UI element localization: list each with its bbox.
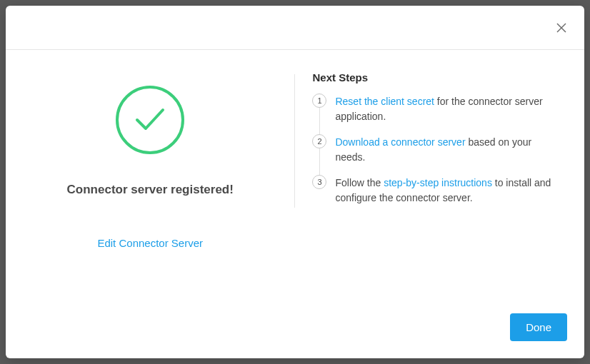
- step-by-step-instructions-link[interactable]: step-by-step instructions: [384, 177, 492, 188]
- modal-footer: Done: [6, 300, 584, 358]
- modal-header: [6, 6, 584, 50]
- step-item: 2 Download a connector server based on y…: [312, 134, 564, 165]
- next-steps-panel: Next Steps 1 Reset the client secret for…: [295, 71, 584, 286]
- step-connector: [319, 148, 320, 175]
- reset-client-secret-link[interactable]: Reset the client secret: [335, 96, 434, 107]
- step-item: 1 Reset the client secret for the connec…: [312, 93, 564, 124]
- close-button[interactable]: [553, 19, 570, 36]
- step-prefix: Follow the: [335, 177, 384, 188]
- next-steps-heading: Next Steps: [312, 71, 564, 84]
- step-item: 3 Follow the step-by-step instructions t…: [312, 175, 564, 206]
- download-connector-server-link[interactable]: Download a connector server: [335, 136, 465, 148]
- step-number-badge: 3: [312, 175, 326, 189]
- step-text: Follow the step-by-step instructions to …: [335, 175, 564, 206]
- step-number-badge: 2: [312, 134, 326, 148]
- edit-connector-server-link[interactable]: Edit Connector Server: [97, 237, 203, 249]
- success-panel: Connector server registered! Edit Connec…: [6, 71, 294, 286]
- step-text: Download a connector server based on you…: [335, 134, 564, 165]
- registration-success-modal: Connector server registered! Edit Connec…: [6, 6, 584, 358]
- steps-list: 1 Reset the client secret for the connec…: [312, 93, 564, 206]
- step-connector: [319, 108, 320, 134]
- success-message: Connector server registered!: [67, 183, 234, 197]
- close-icon: [555, 21, 568, 34]
- done-button[interactable]: Done: [510, 313, 567, 341]
- success-check-icon: [116, 86, 184, 154]
- step-text: Reset the client secret for the connecto…: [335, 93, 564, 124]
- modal-body: Connector server registered! Edit Connec…: [6, 50, 584, 300]
- step-number-badge: 1: [312, 93, 326, 108]
